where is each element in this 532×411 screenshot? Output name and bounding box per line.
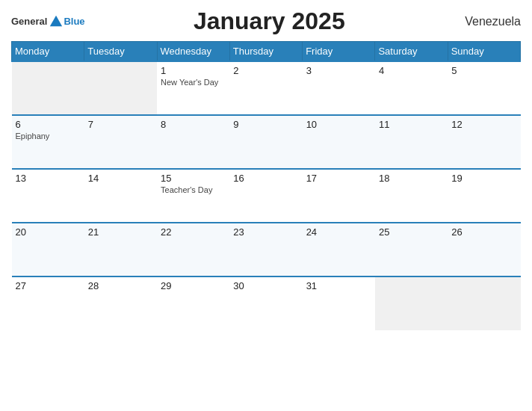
calendar-cell: 25 <box>375 223 448 276</box>
day-number: 2 <box>233 65 298 76</box>
calendar-cell: 17 <box>303 169 375 223</box>
day-number: 20 <box>16 226 81 238</box>
day-number: 1 <box>161 65 226 76</box>
calendar-cell: 29 <box>157 276 229 330</box>
calendar-cell: 27 <box>12 276 84 330</box>
calendar-cell: 1New Year's Day <box>157 61 229 115</box>
calendar-cell: 12 <box>448 115 520 169</box>
calendar-cell: 20 <box>12 223 84 276</box>
weekday-header-saturday: Saturday <box>375 42 448 62</box>
calendar-cell: 14 <box>84 169 157 223</box>
day-number: 6 <box>16 119 81 130</box>
holiday-label: Epiphany <box>16 132 81 140</box>
day-number: 12 <box>451 119 516 130</box>
day-number: 14 <box>88 173 153 184</box>
logo-general-text: General <box>11 16 47 27</box>
day-number: 7 <box>88 119 153 130</box>
calendar-cell: 2 <box>229 61 302 115</box>
svg-marker-0 <box>50 15 62 26</box>
calendar-cell: 4 <box>375 61 448 115</box>
day-number: 13 <box>16 173 81 184</box>
day-number: 18 <box>379 173 444 184</box>
calendar-cell: 3 <box>303 61 375 115</box>
day-number: 9 <box>233 119 298 130</box>
calendar-week-row: 1New Year's Day2345 <box>12 61 521 115</box>
day-number: 11 <box>379 119 444 130</box>
weekday-header-friday: Friday <box>303 42 375 62</box>
day-number: 8 <box>161 119 226 130</box>
day-number: 5 <box>451 65 516 76</box>
holiday-label: Teacher's Day <box>161 185 226 194</box>
logo-blue-text: Blue <box>64 16 84 27</box>
day-number: 25 <box>379 226 444 238</box>
day-number: 22 <box>161 226 226 238</box>
calendar-cell: 13 <box>12 169 84 223</box>
calendar-cell: 19 <box>448 169 520 223</box>
day-number: 3 <box>306 65 371 76</box>
weekday-header-tuesday: Tuesday <box>84 42 157 62</box>
calendar-cell: 6Epiphany <box>12 115 84 169</box>
calendar-table: MondayTuesdayWednesdayThursdayFridaySatu… <box>11 41 521 330</box>
weekday-header-thursday: Thursday <box>229 42 302 62</box>
country-label: Venezuela <box>454 15 521 28</box>
holiday-label: New Year's Day <box>161 78 226 87</box>
logo-icon <box>49 14 64 29</box>
calendar-cell: 26 <box>448 223 520 276</box>
day-number: 23 <box>233 226 298 238</box>
calendar-week-row: 131415Teacher's Day16171819 <box>12 169 521 223</box>
calendar-title: January 2025 <box>85 7 454 35</box>
day-number: 4 <box>379 65 444 76</box>
logo: General Blue <box>11 14 85 29</box>
day-number: 26 <box>451 226 516 238</box>
day-number: 30 <box>233 280 298 291</box>
calendar-cell <box>448 276 520 330</box>
day-number: 29 <box>161 280 226 291</box>
day-number: 24 <box>306 226 371 238</box>
day-number: 15 <box>161 173 226 184</box>
calendar-cell: 30 <box>229 276 302 330</box>
calendar-cell: 11 <box>375 115 448 169</box>
day-number: 19 <box>451 173 516 184</box>
calendar-cell: 23 <box>229 223 302 276</box>
calendar-cell: 9 <box>229 115 302 169</box>
calendar-header: General Blue January 2025 Venezuela <box>11 7 521 35</box>
calendar-cell: 28 <box>84 276 157 330</box>
weekday-header-wednesday: Wednesday <box>157 42 229 62</box>
calendar-week-row: 20212223242526 <box>12 223 521 276</box>
calendar-cell: 10 <box>303 115 375 169</box>
weekday-header-monday: Monday <box>12 42 84 62</box>
calendar-cell <box>12 61 84 115</box>
day-number: 27 <box>16 280 81 291</box>
calendar-cell: 18 <box>375 169 448 223</box>
calendar-cell: 15Teacher's Day <box>157 169 229 223</box>
day-number: 16 <box>233 173 298 184</box>
day-number: 28 <box>88 280 153 291</box>
day-number: 31 <box>306 280 371 291</box>
day-number: 17 <box>306 173 371 184</box>
calendar-wrapper: General Blue January 2025 Venezuela Mond… <box>0 0 532 411</box>
calendar-week-row: 6Epiphany789101112 <box>12 115 521 169</box>
weekday-header-row: MondayTuesdayWednesdayThursdayFridaySatu… <box>12 42 521 62</box>
calendar-cell <box>375 276 448 330</box>
calendar-cell: 31 <box>303 276 375 330</box>
weekday-header-sunday: Sunday <box>448 42 520 62</box>
calendar-cell: 8 <box>157 115 229 169</box>
calendar-cell: 21 <box>84 223 157 276</box>
calendar-week-row: 2728293031 <box>12 276 521 330</box>
calendar-cell: 7 <box>84 115 157 169</box>
day-number: 21 <box>88 226 153 238</box>
calendar-cell <box>84 61 157 115</box>
calendar-cell: 16 <box>229 169 302 223</box>
day-number: 10 <box>306 119 371 130</box>
calendar-cell: 5 <box>448 61 520 115</box>
calendar-cell: 24 <box>303 223 375 276</box>
calendar-cell: 22 <box>157 223 229 276</box>
